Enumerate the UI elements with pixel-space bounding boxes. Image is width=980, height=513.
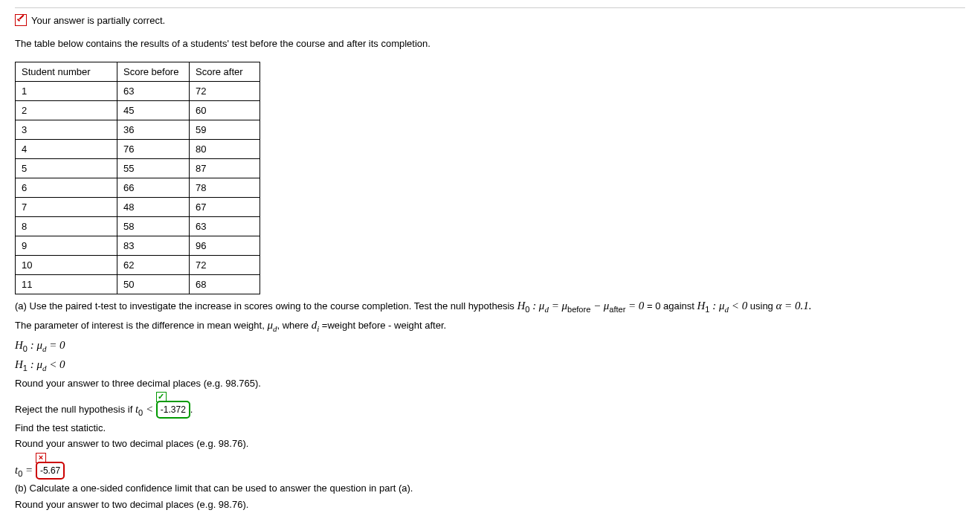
table-cell: 78	[190, 178, 260, 197]
reject-pre: Reject the null hypothesis if	[15, 404, 135, 415]
table-header-row: Student number Score before Score after	[16, 62, 260, 81]
round2-line-a: Round your answer to two decimal places …	[15, 436, 965, 451]
table-row: 24560	[16, 100, 260, 120]
table-cell: 9	[16, 236, 117, 255]
table-cell: 62	[117, 255, 190, 274]
table-cell: 5	[16, 158, 117, 178]
table-cell: 10	[16, 255, 117, 274]
d-i: di	[312, 319, 320, 331]
h1-symbol: H1 : μd < 0	[697, 300, 748, 312]
table-cell: 11	[16, 274, 117, 294]
critical-value-input[interactable]: ✓ -1.372	[156, 401, 190, 419]
reject-line: Reject the null hypothesis if t0 < ✓ -1.…	[15, 401, 965, 419]
eq-zero: = 0	[628, 300, 644, 312]
table-row: 66678	[16, 178, 260, 197]
table-cell: 48	[117, 197, 190, 216]
table-cell: 66	[117, 178, 190, 197]
status-row: Your answer is partially correct.	[15, 14, 965, 26]
header-student: Student number	[16, 62, 117, 81]
table-cell: 55	[117, 158, 190, 178]
table-row: 106272	[16, 255, 260, 274]
header-after: Score after	[190, 62, 260, 81]
table-row: 47680	[16, 139, 260, 158]
using-text: using	[750, 300, 776, 312]
table-row: 74867	[16, 197, 260, 216]
table-cell: 72	[190, 255, 260, 274]
h1-eq: H1 : μd < 0	[15, 358, 65, 370]
status-text: Your answer is partially correct.	[31, 15, 165, 26]
table-row: 16372	[16, 81, 260, 100]
table-cell: 76	[117, 139, 190, 158]
param-mid: , where	[277, 320, 311, 331]
h1-line: H1 : μd < 0	[15, 356, 965, 375]
table-cell: 50	[117, 274, 190, 294]
h0-line: H0 : μd = 0	[15, 337, 965, 355]
table-cell: 2	[16, 100, 117, 120]
before-sub: before	[567, 304, 590, 313]
table-row: 115068	[16, 274, 260, 294]
param-line: The parameter of interest is the differe…	[15, 317, 965, 335]
h0-eq: H0 : μd = 0	[15, 339, 65, 351]
table-cell: 67	[190, 197, 260, 216]
param-pre: The parameter of interest is the differe…	[15, 320, 267, 331]
table-cell: 87	[190, 158, 260, 178]
table-cell: 3	[16, 120, 117, 139]
t0-eq: t0 =	[15, 464, 36, 476]
table-cell: 68	[190, 274, 260, 294]
table-cell: 45	[117, 100, 190, 120]
round2-line-b: Round your answer to two decimal places …	[15, 497, 965, 512]
alpha-eq: α = 0.1.	[776, 300, 811, 312]
critical-value: -1.372	[161, 404, 186, 415]
x-icon: ×	[36, 453, 46, 463]
table-cell: 7	[16, 197, 117, 216]
table-cell: 63	[117, 81, 190, 100]
minus: − μ	[593, 300, 609, 312]
param-post: =weight before - weight after.	[319, 320, 446, 331]
partial-check-icon	[15, 14, 27, 26]
table-row: 55587	[16, 158, 260, 178]
find-stat-line: Find the test statictic.	[15, 421, 965, 436]
mu-d: μd	[267, 319, 277, 331]
table-cell: 83	[117, 236, 190, 255]
part-a-lead: (a) Use the paired t-test to investigate…	[15, 300, 517, 312]
table-cell: 72	[190, 81, 260, 100]
table-cell: 59	[190, 120, 260, 139]
table-cell: 63	[190, 216, 260, 236]
t0-less: t0 <	[135, 403, 156, 415]
table-cell: 36	[117, 120, 190, 139]
against-text: = 0 against	[647, 300, 697, 312]
t0-input[interactable]: × -5.67	[36, 462, 65, 480]
part-b-line: (b) Calculate a one-sided confidence lim…	[15, 481, 965, 496]
table-row: 98396	[16, 236, 260, 255]
header-before: Score before	[117, 62, 190, 81]
t0-value: -5.67	[40, 465, 60, 476]
h0-symbol: H0 : μd = μ	[517, 300, 567, 312]
table-cell: 80	[190, 139, 260, 158]
table-cell: 8	[16, 216, 117, 236]
after-sub: after	[609, 304, 625, 313]
part-a-line: (a) Use the paired t-test to investigate…	[15, 297, 965, 316]
intro-text: The table below contains the results of …	[15, 36, 965, 51]
round3-line: Round your answer to three decimal place…	[15, 376, 965, 391]
check-icon: ✓	[156, 392, 167, 402]
table-row: 33659	[16, 120, 260, 139]
scores-table: Student number Score before Score after …	[15, 62, 260, 294]
table-cell: 58	[117, 216, 190, 236]
table-cell: 6	[16, 178, 117, 197]
table-cell: 60	[190, 100, 260, 120]
table-row: 85863	[16, 216, 260, 236]
table-cell: 4	[16, 139, 117, 158]
t0-result-line: t0 = × -5.67	[15, 462, 965, 480]
table-cell: 96	[190, 236, 260, 255]
table-cell: 1	[16, 81, 117, 100]
